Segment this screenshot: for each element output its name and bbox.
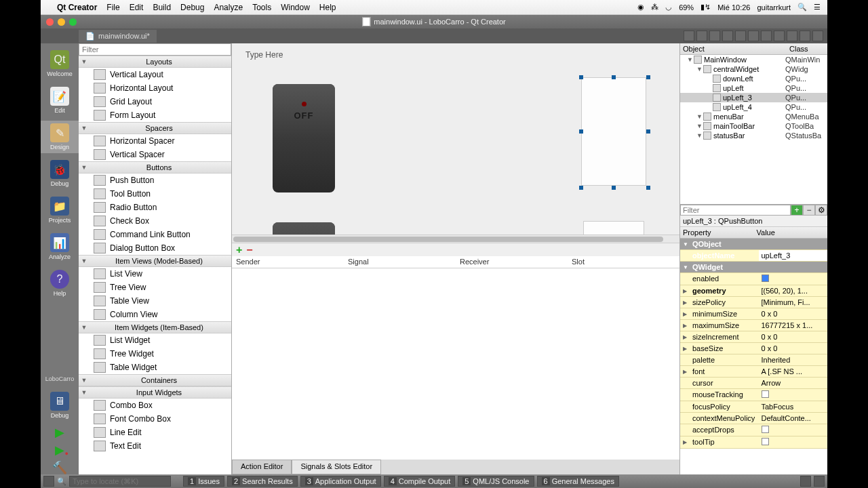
add-property-button[interactable]: + bbox=[791, 205, 803, 216]
mode-projects[interactable]: 📁Projects bbox=[41, 194, 79, 226]
record-icon[interactable]: ◉ bbox=[637, 3, 644, 12]
widget-category[interactable]: ▼Item Views (Model-Based) bbox=[79, 255, 231, 267]
property-row[interactable]: paletteInherited bbox=[680, 354, 827, 366]
checkbox-icon[interactable] bbox=[762, 274, 769, 282]
remove-signal-button[interactable]: − bbox=[246, 244, 252, 256]
menu-analyze[interactable]: Analyze bbox=[214, 3, 243, 12]
toolbar-button[interactable] bbox=[800, 30, 810, 41]
property-menu-button[interactable]: ⚙ bbox=[815, 205, 827, 216]
bluetooth-icon[interactable]: ⁂ bbox=[651, 3, 658, 12]
menu-debug[interactable]: Debug bbox=[180, 3, 204, 12]
widget-item[interactable]: Push Button bbox=[79, 174, 231, 187]
toolbar-button[interactable] bbox=[774, 30, 785, 41]
toolbar-close-icon[interactable] bbox=[696, 30, 707, 41]
widget-item[interactable]: Dialog Button Box bbox=[79, 241, 231, 255]
output-tab[interactable]: 2Search Results bbox=[227, 476, 298, 487]
object-tree-row[interactable]: ▼menuBarQMenuBa bbox=[680, 112, 827, 121]
widget-item[interactable]: Table View bbox=[79, 294, 231, 308]
widget-downleft[interactable]: OFF bbox=[273, 222, 335, 235]
object-tree-row[interactable]: ▼centralWidgetQWidg bbox=[680, 64, 827, 74]
object-tree-row[interactable]: downLeftQPu... bbox=[680, 74, 827, 83]
build-button[interactable]: 🔨 bbox=[51, 461, 68, 474]
widget-upleft3-selected[interactable] bbox=[581, 77, 646, 186]
widget-item[interactable]: Command Link Button bbox=[79, 228, 231, 241]
property-row[interactable]: ▶baseSize0 x 0 bbox=[680, 343, 827, 354]
property-row[interactable]: contextMenuPolicyDefaultConte... bbox=[680, 413, 827, 424]
maximize-button[interactable] bbox=[69, 18, 77, 26]
menu-file[interactable]: File bbox=[106, 3, 119, 12]
toolbar-button[interactable] bbox=[722, 30, 733, 41]
widget-item[interactable]: Form Layout bbox=[79, 108, 231, 122]
widget-item[interactable]: Combo Box bbox=[79, 399, 231, 412]
property-row[interactable]: focusPolicyTabFocus bbox=[680, 401, 827, 413]
menu-window[interactable]: Window bbox=[281, 3, 310, 12]
tab-action-editor[interactable]: Action Editor bbox=[232, 460, 292, 474]
selection-handle[interactable] bbox=[612, 186, 616, 190]
toolbar-button[interactable] bbox=[709, 30, 720, 41]
widget-item[interactable]: Vertical Layout bbox=[79, 68, 231, 81]
object-tree-row[interactable]: ▼statusBarQStatusBa bbox=[680, 131, 827, 140]
selection-handle[interactable] bbox=[646, 129, 650, 134]
debug-run-button[interactable]: ▶● bbox=[51, 443, 68, 457]
toolbar-button[interactable] bbox=[748, 30, 759, 41]
object-tree-row[interactable]: ▼MainWindowQMainWin bbox=[680, 55, 827, 64]
selection-handle[interactable] bbox=[579, 186, 583, 190]
property-row[interactable]: enabled bbox=[680, 273, 827, 285]
widget-item[interactable]: Font Combo Box bbox=[79, 412, 231, 426]
mode-welcome[interactable]: QtWelcome bbox=[41, 47, 79, 80]
toolbar-button[interactable] bbox=[684, 30, 694, 41]
selection-handle[interactable] bbox=[646, 75, 650, 79]
clock[interactable]: Mié 10:26 bbox=[717, 3, 750, 12]
output-tab[interactable]: 1Issues bbox=[183, 476, 224, 487]
mode-help[interactable]: ?Help bbox=[41, 267, 79, 300]
selection-handle[interactable] bbox=[646, 186, 650, 190]
widget-item[interactable]: Radio Button bbox=[79, 201, 231, 214]
widget-upleft4[interactable] bbox=[583, 221, 644, 235]
widget-filter-input[interactable] bbox=[79, 43, 231, 56]
property-row[interactable]: ▶fontA [.SF NS ... bbox=[680, 366, 827, 378]
menu-edit[interactable]: Edit bbox=[130, 3, 144, 12]
mode-analyze[interactable]: 📊Analyze bbox=[41, 230, 79, 263]
property-row[interactable]: acceptDrops bbox=[680, 424, 827, 436]
checkbox-icon[interactable] bbox=[762, 426, 769, 433]
design-canvas[interactable]: Type Here OFF OFF bbox=[232, 43, 679, 235]
toolbar-button[interactable] bbox=[761, 30, 772, 41]
checkbox-icon[interactable] bbox=[762, 390, 769, 398]
widget-item[interactable]: Tool Button bbox=[79, 187, 231, 201]
object-tree-row[interactable]: upLeftQPu... bbox=[680, 83, 827, 93]
tab-signals-slots[interactable]: Signals & Slots Editor bbox=[292, 460, 381, 474]
object-tree-row[interactable]: upLeft_3QPu... bbox=[680, 93, 827, 102]
property-row[interactable]: cursorArrow bbox=[680, 378, 827, 389]
project-selector[interactable]: LoboCarro bbox=[43, 373, 77, 385]
menu-build[interactable]: Build bbox=[153, 3, 171, 12]
selection-handle[interactable] bbox=[579, 75, 583, 79]
property-row[interactable]: objectNameupLeft_3 bbox=[680, 250, 827, 262]
output-toggle-button[interactable] bbox=[800, 476, 811, 487]
widget-item[interactable]: Horizontal Layout bbox=[79, 81, 231, 95]
mode-edit[interactable]: 📝Edit bbox=[41, 84, 79, 117]
widget-item[interactable]: Vertical Spacer bbox=[79, 148, 231, 161]
user-name[interactable]: guitarrkurt bbox=[757, 3, 791, 12]
mode-debug[interactable]: 🐞Debug bbox=[41, 157, 79, 190]
widget-item[interactable]: Column View bbox=[79, 308, 231, 321]
checkbox-icon[interactable] bbox=[762, 438, 769, 445]
widget-item[interactable]: Text Edit bbox=[79, 439, 231, 453]
menu-help[interactable]: Help bbox=[319, 3, 336, 12]
property-row[interactable]: mouseTracking bbox=[680, 389, 827, 401]
build-config[interactable]: 🖥Debug bbox=[41, 389, 79, 422]
object-tree[interactable]: ▼MainWindowQMainWin▼centralWidgetQWidgdo… bbox=[680, 55, 827, 204]
spotlight-icon[interactable]: 🔍 bbox=[797, 3, 807, 12]
widget-item[interactable]: Tree Widget bbox=[79, 347, 231, 361]
minimize-button[interactable] bbox=[58, 18, 65, 26]
toggle-sidebar-button[interactable] bbox=[43, 476, 54, 487]
widget-item[interactable]: Grid Layout bbox=[79, 95, 231, 108]
widget-item[interactable]: Check Box bbox=[79, 214, 231, 228]
widget-category[interactable]: ▼Input Widgets bbox=[79, 386, 231, 399]
app-name[interactable]: Qt Creator bbox=[57, 3, 97, 12]
canvas-scrollbar[interactable] bbox=[232, 235, 679, 243]
output-tab[interactable]: 5QML/JS Console bbox=[458, 476, 534, 487]
file-tab[interactable]: 📄 mainwindow.ui* bbox=[79, 30, 157, 43]
widget-item[interactable]: Tree View bbox=[79, 281, 231, 294]
menu-tools[interactable]: Tools bbox=[252, 3, 271, 12]
object-tree-row[interactable]: upLeft_4QPu... bbox=[680, 102, 827, 112]
